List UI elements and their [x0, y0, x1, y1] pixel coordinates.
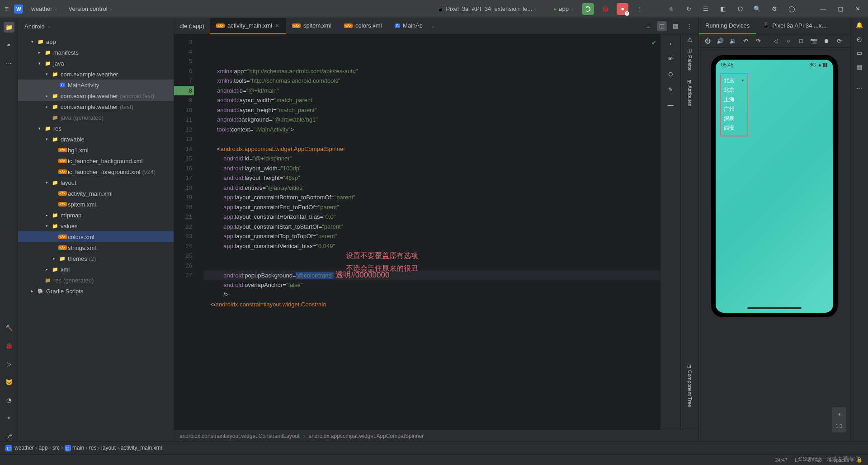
notifications-icon[interactable]: 🔔: [856, 22, 863, 28]
wand-icon[interactable]: ✎: [665, 84, 676, 95]
vcs-tool-icon[interactable]: ⎇: [4, 431, 14, 442]
spinner-option[interactable]: 上海: [721, 95, 747, 104]
spinner-option[interactable]: 北京: [721, 85, 747, 95]
tree-item[interactable]: ▾📁drawable: [18, 134, 174, 145]
spinner-option[interactable]: 广州: [721, 104, 747, 114]
nav-breadcrumb[interactable]: ▢ weather › app › src › ▢ main › res › l…: [0, 442, 868, 454]
tree-item[interactable]: 📁res (generated): [18, 275, 174, 286]
structure-tool-icon[interactable]: ⚭: [4, 40, 14, 51]
design-view-icon[interactable]: ▦: [670, 21, 680, 31]
nav-crumb[interactable]: res: [89, 445, 97, 451]
project-panel-header[interactable]: Android ⌄: [18, 18, 174, 34]
code-with-me-icon[interactable]: ⎋: [665, 3, 677, 15]
vcs-menu[interactable]: Version control ⌄: [66, 4, 116, 14]
record-icon[interactable]: ⏺: [822, 37, 830, 45]
nav-crumb[interactable]: layout: [101, 445, 116, 451]
project-tool-icon[interactable]: 📁: [4, 22, 14, 33]
tree-item[interactable]: </>spitem.xml: [18, 199, 174, 210]
tree-item[interactable]: </>bg1.xml: [18, 145, 174, 155]
spinner-option[interactable]: 西安: [721, 123, 747, 133]
tree-item[interactable]: ▸📁xml: [18, 264, 174, 275]
device-manager-icon[interactable]: ▭: [857, 50, 862, 56]
sdk-icon[interactable]: ⬡: [734, 3, 746, 15]
build-icon[interactable]: ☰: [700, 3, 712, 15]
code-view-icon[interactable]: ≣: [643, 21, 653, 31]
debug-button[interactable]: 🐞: [599, 3, 611, 15]
tree-item[interactable]: ▸📁manifests: [18, 47, 174, 58]
main-menu-icon[interactable]: ≡: [5, 5, 9, 13]
tree-item[interactable]: CMainActivity: [18, 80, 174, 90]
logcat-tool-icon[interactable]: 🐱: [4, 376, 14, 387]
editor-tab[interactable]: </>colors.xml: [338, 18, 388, 34]
profiler-tool-icon[interactable]: ◔: [4, 395, 14, 405]
warnings-icon[interactable]: ⚠: [687, 36, 693, 43]
visibility-icon[interactable]: 👁: [665, 53, 676, 64]
terminal-tool-icon[interactable]: ⌖: [4, 413, 14, 423]
volume-down-icon[interactable]: 🔉: [729, 37, 737, 45]
component-tree-tab[interactable]: ⊟ Component Tree: [685, 360, 694, 412]
run-tool-icon[interactable]: ▷: [4, 358, 14, 369]
editor-more-icon[interactable]: ⋮: [684, 21, 694, 31]
overview-icon[interactable]: □: [797, 37, 805, 45]
tree-item[interactable]: ▾📁java: [18, 58, 174, 69]
tree-item[interactable]: ▸📁themes (2): [18, 253, 174, 264]
account-icon[interactable]: ◯: [786, 3, 797, 15]
devices-device-tab[interactable]: 📱 Pixel 3a API 34 ...x...: [756, 18, 833, 34]
run-config-selector[interactable]: ▸ app ⌄: [551, 4, 577, 14]
tree-item[interactable]: ▸📁com.example.weather (test): [18, 101, 174, 112]
tree-item[interactable]: </>ic_launcher_foreground.xml (v24): [18, 166, 174, 177]
settings-icon[interactable]: ⚙: [769, 3, 780, 15]
stop-button[interactable]: ■2: [617, 3, 628, 15]
maximize-icon[interactable]: ▢: [835, 3, 846, 15]
rotate-left-icon[interactable]: ↶: [741, 37, 750, 45]
spinner-option[interactable]: 深圳: [721, 114, 747, 123]
bookmarks-tool-icon[interactable]: ⋯: [4, 58, 14, 69]
editor-tab[interactable]: </>activity_main.xml✕: [210, 18, 286, 34]
project-tree[interactable]: ▾📁app▸📁manifests▾📁java▾📁com.example.weat…: [18, 34, 174, 442]
nav-crumb[interactable]: src: [52, 445, 60, 451]
code-editor[interactable]: ✔ xmlns:app="http://schemas.android.com/…: [197, 34, 660, 430]
tree-item[interactable]: </>strings.xml: [18, 242, 174, 253]
tree-item[interactable]: </>ic_launcher_background.xml: [18, 155, 174, 166]
attributes-tab[interactable]: ⊞ Attributes: [685, 75, 694, 111]
tree-item[interactable]: 📁java (generated): [18, 112, 174, 123]
tree-item[interactable]: ▸📁mipmap: [18, 210, 174, 221]
build-variants-icon[interactable]: 🔨: [4, 322, 14, 333]
sync-icon[interactable]: ↻: [683, 3, 694, 15]
tree-item[interactable]: ▸📁com.example.weather (androidTest): [18, 90, 174, 101]
home-icon[interactable]: ○: [784, 37, 793, 45]
back-icon[interactable]: ◁: [772, 37, 780, 45]
cursor-position[interactable]: 24:47: [775, 457, 788, 463]
more-tools-icon[interactable]: ⋯: [856, 85, 862, 92]
running-devices-icon[interactable]: ▦: [857, 64, 862, 70]
power-icon[interactable]: ⏻: [703, 37, 712, 45]
debug-tool-icon[interactable]: 🐞: [4, 340, 14, 351]
zoom-reset[interactable]: 1:1: [834, 421, 844, 431]
emulator-screen[interactable]: 05:45 3G ▲▮▮ 北京▼ 北京上海广州深圳西安: [716, 60, 833, 313]
devices-title-tab[interactable]: Running Devices: [699, 18, 756, 34]
close-tab-icon[interactable]: ✕: [275, 23, 279, 29]
avd-icon[interactable]: ◧: [717, 3, 729, 15]
tree-item[interactable]: ▾📁layout: [18, 177, 174, 188]
nav-crumb[interactable]: app: [38, 445, 47, 451]
editor-tab[interactable]: CMainAc: [388, 18, 429, 34]
search-icon[interactable]: 🔍: [751, 3, 763, 15]
editor-tab[interactable]: </>spitem.xml: [286, 18, 338, 34]
volume-up-icon[interactable]: 🔊: [716, 37, 724, 45]
spinner-selected[interactable]: 北京▼: [721, 76, 747, 85]
gradle-icon[interactable]: ◴: [857, 36, 862, 42]
tree-item[interactable]: ▾📁com.example.weather: [18, 69, 174, 80]
tree-item[interactable]: </>colors.xml: [18, 231, 174, 242]
tree-item[interactable]: ▾📁res: [18, 123, 174, 134]
device-icon[interactable]: O: [665, 69, 676, 80]
tree-item[interactable]: </>activity_main.xml: [18, 188, 174, 199]
close-window-icon[interactable]: ✕: [852, 3, 863, 15]
more-actions-icon[interactable]: ⋮: [634, 3, 646, 15]
expand-icon[interactable]: ›: [665, 38, 676, 49]
tree-item[interactable]: ▸🐘Gradle Scripts: [18, 286, 174, 296]
nav-crumb[interactable]: weather: [14, 445, 34, 451]
tree-item[interactable]: ▾📁app: [18, 36, 174, 47]
screenshot-icon[interactable]: 📷: [810, 37, 818, 45]
snapshot-icon[interactable]: ⟳: [835, 37, 843, 45]
zoom-in-icon[interactable]: ＋: [834, 409, 844, 419]
